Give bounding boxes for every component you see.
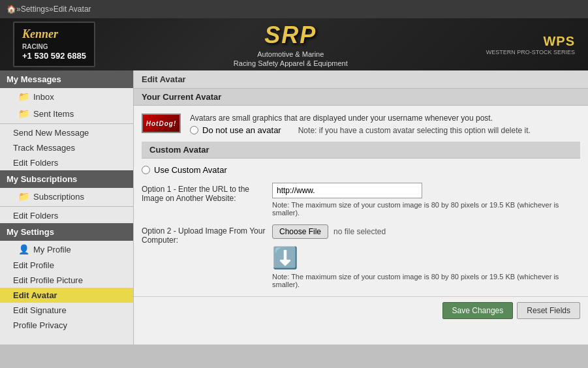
custom-avatar-section-title: Custom Avatar [142, 142, 580, 159]
sidebar-item-edit-folders-subs[interactable]: Edit Folders [0, 208, 133, 223]
no-file-text: no file selected [333, 227, 386, 236]
sidebar-item-send-message[interactable]: Send New Message [0, 125, 133, 140]
option2-row: Option 2 - Upload Image From Your Comput… [142, 224, 580, 288]
option2-note: Note: The maximum size of your custom im… [272, 273, 579, 288]
srp-line1: Automotive & Marine [108, 50, 473, 58]
current-avatar-image: HotDog! [142, 114, 181, 133]
no-avatar-radio[interactable] [190, 126, 198, 134]
content-area: Edit Avatar Your Current Avatar HotDog! … [134, 70, 588, 345]
banner-logo1: Kenner RACING +1 530 592 6885 [13, 22, 95, 67]
wps-logo: WPS [486, 34, 575, 49]
content-header: Edit Avatar [134, 70, 588, 89]
no-avatar-row: Do not use an avatar Note: if you have a… [190, 125, 531, 135]
no-avatar-note: Note: if you have a custom avatar select… [298, 126, 531, 135]
sent-label: Sent Items [33, 109, 74, 119]
my-profile-label: My Profile [33, 245, 71, 254]
my-messages-header: My Messages [0, 70, 133, 88]
divider1 [0, 123, 133, 124]
current-avatar-block: HotDog! Avatars are small graphics that … [142, 114, 580, 135]
url-input[interactable] [272, 183, 422, 198]
inbox-label: Inbox [33, 92, 54, 102]
sent-icon: 📁 [18, 108, 29, 119]
option1-label: Option 1 - Enter the URL to the Image on… [142, 183, 266, 203]
subscriptions-label: Subscriptions [33, 192, 84, 202]
avatar-text: HotDog! [146, 120, 176, 127]
option1-content: Note: The maximum size of your custom im… [272, 183, 580, 217]
sidebar-item-track-messages[interactable]: Track Messages [0, 140, 133, 155]
current-avatar-section-title: Your Current Avatar [134, 89, 588, 106]
brand-phone: +1 530 592 6885 [22, 51, 86, 62]
no-avatar-label: Do not use an avatar [202, 125, 281, 135]
sidebar-item-my-profile[interactable]: 👤 My Profile [0, 241, 133, 258]
profile-icon: 👤 [18, 244, 29, 254]
option2-label: Option 2 - Upload Image From Your Comput… [142, 224, 266, 245]
banner-center: SRP Automotive & Marine Racing Safety Ap… [108, 22, 473, 67]
breadcrumb-separator2: » [49, 5, 54, 14]
srp-logo: SRP [108, 22, 473, 49]
inbox-icon: 📁 [18, 91, 29, 102]
option2-content: Choose File no file selected ⬇️ Note: Th… [272, 224, 580, 288]
sidebar-item-sent[interactable]: 📁 Sent Items [0, 105, 133, 122]
option1-note: Note: The maximum size of your custom im… [272, 201, 579, 217]
custom-avatar-section: Use Custom Avatar Option 1 - Enter the U… [142, 165, 580, 288]
choose-file-button[interactable]: Choose File [272, 224, 328, 239]
content-body: HotDog! Avatars are small graphics that … [134, 106, 588, 296]
my-settings-header: My Settings [0, 223, 133, 241]
sidebar-item-edit-avatar[interactable]: Edit Avatar [0, 288, 133, 303]
action-bar: Save Changes Reset Fields [134, 296, 588, 324]
banner: Kenner RACING +1 530 592 6885 SRP Automo… [0, 18, 588, 70]
use-custom-label: Use Custom Avatar [154, 165, 227, 175]
arrow-hint-icon: ⬇️ [272, 245, 298, 270]
avatar-description: Avatars are small graphics that are disp… [190, 114, 531, 123]
wps-sub: WESTERN PRO-STOCK SERIES [486, 49, 575, 55]
avatar-info: Avatars are small graphics that are disp… [190, 114, 531, 135]
use-custom-row: Use Custom Avatar [142, 165, 580, 175]
sidebar-item-edit-folders-messages[interactable]: Edit Folders [0, 155, 133, 170]
subscriptions-icon: 📁 [18, 191, 29, 202]
home-icon[interactable]: 🏠 [7, 5, 16, 14]
save-changes-button[interactable]: Save Changes [442, 302, 514, 319]
divider2 [0, 206, 133, 207]
use-custom-radio[interactable] [142, 166, 150, 174]
option1-row: Option 1 - Enter the URL to the Image on… [142, 183, 580, 217]
reset-fields-button[interactable]: Reset Fields [517, 302, 580, 319]
sidebar-item-edit-profile-picture[interactable]: Edit Profile Picture [0, 273, 133, 288]
brand-sub: RACING [22, 42, 86, 51]
sidebar-item-inbox[interactable]: 📁 Inbox [0, 88, 133, 105]
sidebar-item-edit-signature[interactable]: Edit Signature [0, 303, 133, 318]
sidebar-item-edit-profile[interactable]: Edit Profile [0, 258, 133, 273]
srp-line2: Racing Safety Apparel & Equipment [108, 59, 473, 67]
sidebar-item-subscriptions[interactable]: 📁 Subscriptions [0, 188, 133, 205]
brand-name: Kenner [22, 27, 86, 42]
breadcrumb-settings[interactable]: Settings [21, 5, 49, 14]
banner-right: WPS WESTERN PRO-STOCK SERIES [486, 34, 575, 55]
top-bar: 🏠 » Settings » Edit Avatar [0, 0, 588, 18]
breadcrumb-separator: » [16, 5, 21, 14]
my-subscriptions-header: My Subscriptions [0, 170, 133, 188]
breadcrumb-current: Edit Avatar [54, 5, 91, 14]
sidebar: My Messages 📁 Inbox 📁 Sent Items Send Ne… [0, 70, 134, 345]
sidebar-item-profile-privacy[interactable]: Profile Privacy [0, 318, 133, 333]
file-upload-row: Choose File no file selected [272, 224, 580, 239]
main-layout: My Messages 📁 Inbox 📁 Sent Items Send Ne… [0, 70, 588, 345]
